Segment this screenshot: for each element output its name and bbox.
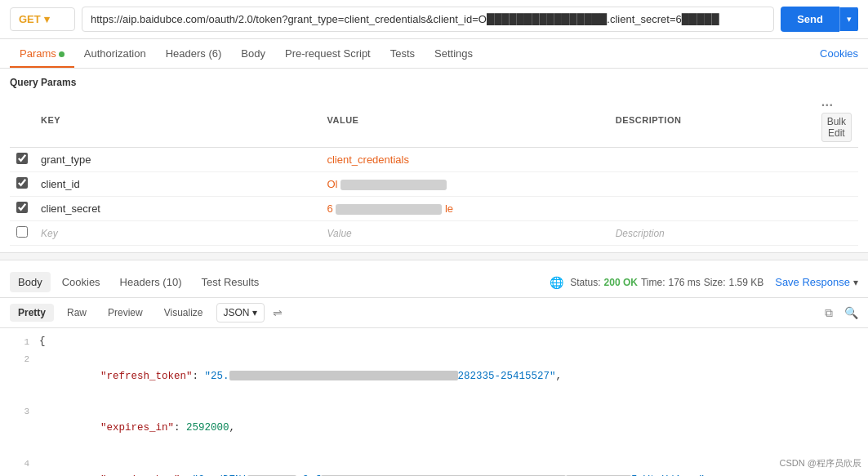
row1-value: client_credentials — [327, 153, 408, 166]
time-label: Time: — [641, 277, 665, 288]
params-table: KEY VALUE DESCRIPTION ··· Bulk Edit gran… — [10, 93, 858, 246]
line-content-3: "expires_in": 2592000, — [39, 403, 861, 455]
tab-settings[interactable]: Settings — [425, 39, 483, 68]
row1-checkbox[interactable] — [16, 153, 28, 164]
row2-key: client_id — [41, 178, 80, 190]
placeholder-key: Key — [41, 228, 58, 239]
send-btn-wrapper: Send ▾ — [781, 7, 858, 32]
section-divider — [0, 252, 868, 260]
format-bar: Pretty Raw Preview Visualize JSON ▾ ⇌ ⧉ … — [0, 298, 868, 328]
tab-params[interactable]: Params — [10, 39, 74, 68]
fmt-btn-visualize[interactable]: Visualize — [156, 304, 211, 322]
row1-desc — [609, 148, 815, 172]
tab-prerequest[interactable]: Pre-request Script — [275, 39, 381, 68]
placeholder-value: Value — [327, 228, 351, 239]
watermark: CSDN @程序员欣辰 — [780, 457, 861, 469]
params-dot — [59, 51, 65, 57]
url-input[interactable] — [82, 7, 774, 32]
th-checkbox — [10, 93, 34, 148]
filter-icon[interactable]: ⇌ — [273, 306, 283, 319]
placeholder-checkbox[interactable] — [16, 226, 28, 238]
code-line-1: 1 { — [0, 333, 868, 350]
search-icon[interactable]: 🔍 — [844, 306, 858, 319]
tab-headers[interactable]: Headers (6) — [156, 39, 232, 68]
code-line-2: 2 "refresh_token": "25. 282335-25415527"… — [0, 350, 868, 403]
status-info: 🌐 Status: 200 OK Time: 176 ms Size: 1.59… — [550, 276, 858, 289]
table-row: client_id Ol — [10, 172, 858, 197]
code-area: 1 { 2 "refresh_token": "25. 282335-25415… — [0, 328, 868, 476]
spacer — [0, 260, 868, 267]
response-tabs-bar: Body Cookies Headers (10) Test Results 🌐… — [0, 267, 868, 298]
bulk-edit-dots[interactable]: ··· — [821, 98, 834, 112]
line-num-3: 3 — [7, 403, 29, 420]
time-value: 176 ms — [668, 277, 700, 288]
url-bar: GET ▾ Send ▾ — [0, 0, 868, 39]
resp-tab-headers[interactable]: Headers (10) — [112, 272, 190, 292]
line-content-1: { — [39, 333, 861, 350]
json-label: JSON — [224, 307, 250, 318]
save-response-chevron[interactable]: ▾ — [853, 277, 858, 288]
row3-value-prefix: 6 — [327, 202, 332, 215]
th-actions: ··· Bulk Edit — [815, 93, 858, 148]
tab-tests[interactable]: Tests — [381, 39, 425, 68]
table-row: client_secret 6 le — [10, 197, 858, 221]
resp-tab-cookies[interactable]: Cookies — [54, 272, 109, 292]
size-label: Size: — [704, 277, 726, 288]
th-value: VALUE — [320, 93, 608, 148]
row2-checkbox[interactable] — [16, 177, 28, 189]
bulk-edit-button[interactable]: Bulk Edit — [821, 113, 852, 142]
send-button[interactable]: Send — [781, 7, 839, 32]
globe-icon: 🌐 — [550, 276, 563, 289]
row3-value-suffix: le — [445, 202, 453, 215]
line-content-4: "session_key": "9mzdDZNi -0of IoVt+Y/4w=… — [39, 455, 861, 476]
row3-key: client_secret — [41, 202, 100, 215]
save-response-button[interactable]: Save Response — [775, 276, 850, 288]
row3-desc — [609, 197, 815, 221]
json-format-select[interactable]: JSON ▾ — [216, 303, 265, 323]
status-label: Status: — [570, 277, 600, 288]
query-params-title: Query Params — [10, 77, 858, 88]
row1-key: grant_type — [41, 153, 91, 166]
th-key: KEY — [34, 93, 320, 148]
line-num-1: 1 — [7, 333, 29, 350]
line-num-2: 2 — [7, 350, 29, 367]
row3-checkbox[interactable] — [16, 202, 28, 213]
copy-icon[interactable]: ⧉ — [825, 306, 833, 320]
json-chevron: ▾ — [252, 307, 257, 318]
resp-tab-body[interactable]: Body — [10, 272, 51, 292]
table-row: grant_type client_credentials — [10, 148, 858, 172]
row2-value-blurred — [341, 180, 447, 190]
fmt-btn-preview[interactable]: Preview — [100, 304, 151, 322]
line-num-4: 4 — [7, 455, 29, 472]
line-content-2: "refresh_token": "25. 282335-25415527", — [39, 350, 861, 403]
method-select[interactable]: GET ▾ — [10, 7, 75, 31]
code-line-4: 4 "session_key": "9mzdDZNi -0of IoVt+Y/4… — [0, 455, 868, 476]
send-dropdown-button[interactable]: ▾ — [839, 7, 858, 31]
method-chevron: ▾ — [44, 13, 50, 25]
cookies-link[interactable]: Cookies — [820, 39, 858, 68]
status-ok: 200 OK — [604, 277, 638, 288]
tab-authorization[interactable]: Authorization — [74, 39, 156, 68]
size-value: 1.59 KB — [729, 277, 764, 288]
fmt-btn-pretty[interactable]: Pretty — [10, 304, 54, 322]
params-section: Query Params KEY VALUE DESCRIPTION ··· B… — [0, 69, 868, 246]
placeholder-desc: Description — [616, 228, 665, 239]
row3-value-blurred — [336, 204, 442, 215]
code-line-3: 3 "expires_in": 2592000, — [0, 403, 868, 455]
resp-tab-testresults[interactable]: Test Results — [193, 272, 267, 292]
row2-desc — [609, 172, 815, 197]
th-description: DESCRIPTION — [609, 93, 815, 148]
tab-body[interactable]: Body — [231, 39, 275, 68]
request-tabs-bar: Params Authorization Headers (6) Body Pr… — [0, 39, 868, 69]
table-placeholder-row: Key Value Description — [10, 221, 858, 246]
fmt-btn-raw[interactable]: Raw — [59, 304, 95, 322]
row2-value-prefix: Ol — [327, 178, 337, 190]
method-label: GET — [19, 13, 41, 25]
